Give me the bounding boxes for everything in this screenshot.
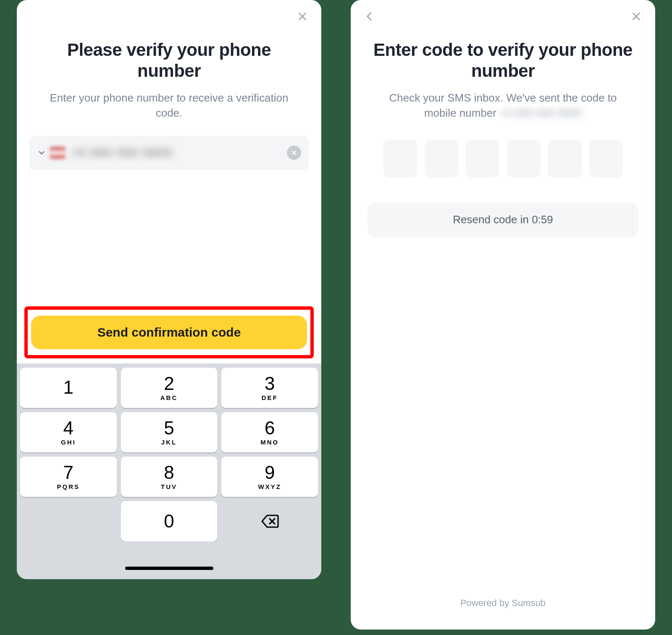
phone-number-value: +0 000 000 0000	[71, 146, 281, 159]
page-subtitle: Enter your phone number to receive a ver…	[17, 90, 321, 136]
key-3[interactable]: 3DEF	[221, 368, 318, 408]
code-digit-1[interactable]	[383, 140, 417, 178]
home-indicator-area	[17, 541, 321, 579]
code-digit-4[interactable]	[507, 140, 541, 178]
key-8[interactable]: 8TUV	[121, 457, 218, 497]
key-7[interactable]: 7PQRS	[20, 457, 117, 497]
key-1[interactable]: 1	[20, 368, 117, 408]
key-4[interactable]: 4GHI	[20, 412, 117, 452]
phone-input[interactable]: +0 000 000 0000	[29, 136, 309, 170]
page-title: Please verify your phone number	[17, 27, 321, 90]
enter-code-screen: Enter code to verify your phone number C…	[351, 0, 655, 630]
send-code-button[interactable]: Send confirmation code	[31, 316, 307, 349]
masked-phone: +0 000 000 0000	[499, 107, 582, 119]
country-dropdown[interactable]	[37, 147, 66, 159]
code-digit-5[interactable]	[548, 140, 582, 178]
powered-by: Powered by Sumsub	[351, 598, 655, 630]
back-icon[interactable]	[363, 10, 376, 23]
backspace-icon[interactable]	[221, 501, 318, 541]
country-flag-icon	[50, 147, 66, 159]
verify-phone-screen: Please verify your phone number Enter yo…	[17, 0, 321, 579]
code-digit-2[interactable]	[425, 140, 458, 178]
key-9[interactable]: 9WXYZ	[221, 457, 318, 497]
code-digit-6[interactable]	[589, 140, 623, 178]
page-subtitle: Check your SMS inbox. We've sent the cod…	[351, 90, 655, 136]
close-icon[interactable]	[296, 10, 309, 23]
code-digit-3[interactable]	[466, 140, 499, 178]
topbar	[17, 0, 321, 27]
highlight-annotation: Send confirmation code	[24, 306, 314, 358]
home-indicator[interactable]	[125, 567, 213, 570]
code-input-row	[351, 136, 655, 203]
close-icon[interactable]	[630, 10, 643, 23]
key-2[interactable]: 2ABC	[121, 368, 218, 408]
key-5[interactable]: 5JKL	[121, 412, 218, 452]
key-6[interactable]: 6MNO	[221, 412, 318, 452]
resend-code-button: Resend code in 0:59	[368, 203, 638, 237]
key-blank	[20, 501, 117, 541]
topbar	[351, 0, 655, 27]
page-title: Enter code to verify your phone number	[351, 27, 655, 90]
key-0[interactable]: 0	[121, 501, 218, 541]
numeric-keypad: 1 2ABC 3DEF 4GHI 5JKL 6MNO 7PQRS 8TUV 9W…	[17, 363, 321, 541]
clear-input-icon[interactable]	[287, 146, 301, 160]
